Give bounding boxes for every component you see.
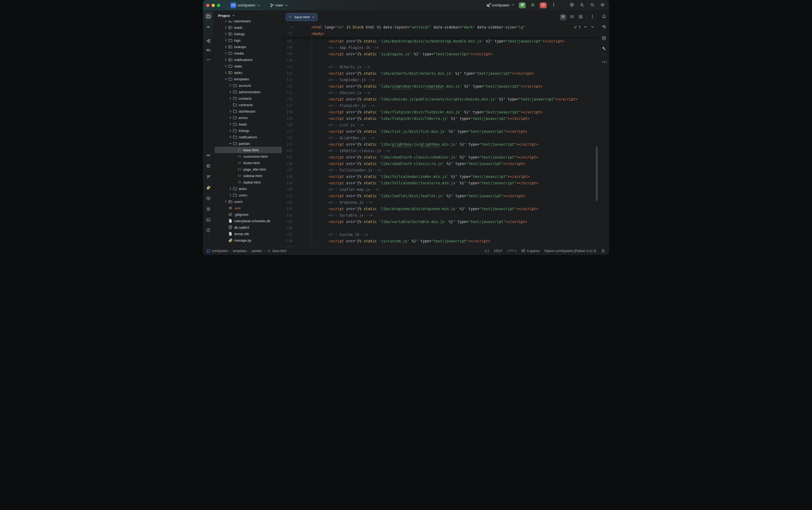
- tree-item-templates[interactable]: templates: [214, 76, 283, 82]
- code-line-4[interactable]: 4<html lang="ro" {% block html %} data-l…: [283, 24, 598, 30]
- code-line-118[interactable]: 118 <script src="{% static 'libs/flatpic…: [283, 109, 598, 115]
- code-line-129[interactable]: 129 <script src="{% static 'libs/fullcal…: [283, 180, 598, 186]
- chevron-right-icon[interactable]: [228, 83, 233, 88]
- code-line-107[interactable]: 107 <script src="{% static 'libs/bootstr…: [283, 38, 598, 44]
- breadcrumb-item-partials[interactable]: partials: [251, 249, 262, 253]
- tree-item-dashboard[interactable]: dashboard: [214, 108, 283, 114]
- tree-item-static[interactable]: static: [214, 63, 283, 69]
- chevron-right-icon[interactable]: [228, 96, 233, 101]
- editor-body[interactable]: 4<html lang="ro" {% block html %} data-l…: [283, 24, 598, 247]
- code-line-134[interactable]: 134 <!-- Sortable.js -->: [283, 212, 598, 219]
- settings-button[interactable]: [599, 2, 606, 8]
- code-line-128[interactable]: 128 <script src="{% static 'libs/fullcal…: [283, 173, 598, 180]
- chevron-right-icon[interactable]: [228, 90, 233, 94]
- more-tools-icon[interactable]: [205, 152, 212, 159]
- code-line-139[interactable]: 139: [283, 244, 598, 247]
- problems-icon[interactable]: [205, 227, 212, 233]
- code-line-122[interactable]: 122 <!-- GLightBox.js -->: [283, 135, 598, 141]
- chevron-right-icon[interactable]: [228, 193, 233, 197]
- code-line-135[interactable]: 135 <script src="{% static 'libs/sortabl…: [283, 219, 598, 225]
- tree-item-users[interactable]: users: [214, 198, 283, 205]
- chevron-right-icon[interactable]: [224, 70, 228, 75]
- view-preview-button[interactable]: [578, 14, 584, 21]
- tree-item-dump-rdb[interactable]: dump.rdb: [214, 231, 283, 237]
- more-icon[interactable]: [205, 56, 212, 63]
- editor-more-menu[interactable]: [589, 14, 596, 21]
- code-line-111[interactable]: 111 <!-- ECharts.js -->: [283, 64, 598, 70]
- chevron-right-icon[interactable]: [224, 25, 228, 30]
- python-packages-icon[interactable]: [205, 195, 212, 201]
- inspections-widget[interactable]: 7: [573, 25, 595, 30]
- chevron-right-icon[interactable]: [228, 129, 233, 133]
- code-line-116[interactable]: 116 <script src="{% static 'libs/choices…: [283, 96, 598, 103]
- code-line-124[interactable]: 124 <!-- CKEditor-classic.js -->: [283, 147, 598, 154]
- code-with-me-button[interactable]: [579, 2, 585, 8]
- tree-item-customizer-html[interactable]: customizer.html: [214, 153, 283, 160]
- tab-base-html[interactable]: base.html ×: [286, 13, 318, 21]
- tree-item-contacts[interactable]: contacts: [214, 95, 283, 102]
- rerun-button[interactable]: [519, 2, 526, 8]
- code-line-115[interactable]: 115 <!-- Choices.js -->: [283, 89, 598, 96]
- tree-item-account[interactable]: account: [214, 82, 283, 89]
- editor-scrollbar[interactable]: [596, 146, 598, 201]
- code-line-112[interactable]: 112 <script src="{% static 'libs/echarts…: [283, 70, 598, 77]
- code-viewport[interactable]: 107 <script src="{% static 'libs/bootstr…: [283, 37, 598, 247]
- run-running-icon[interactable]: [205, 174, 212, 180]
- chevron-right-icon[interactable]: [228, 135, 233, 139]
- tree-item-partials[interactable]: partials: [214, 140, 283, 147]
- breadcrumb-item-templates[interactable]: templates: [233, 249, 247, 253]
- debug-button[interactable]: [530, 2, 536, 8]
- close-window-button[interactable]: [206, 4, 209, 7]
- services-icon[interactable]: [205, 206, 212, 212]
- chevron-down-icon[interactable]: [224, 77, 228, 81]
- chevron-down-icon[interactable]: [228, 141, 233, 146]
- project-panel-header[interactable]: Project: [214, 11, 283, 21]
- search-everywhere-button[interactable]: [589, 2, 596, 8]
- tree-item-listings[interactable]: listings: [214, 31, 283, 37]
- tree-item-tasks[interactable]: tasks: [214, 186, 283, 192]
- code-line-131[interactable]: 131 <script src="{% static 'libs/leaflet…: [283, 193, 598, 199]
- chevron-right-icon[interactable]: [224, 64, 228, 68]
- chevron-right-icon[interactable]: [224, 32, 228, 36]
- tree-item-administration[interactable]: administration: [214, 89, 283, 95]
- code-line-126[interactable]: 126 <script src="{% static 'libs/ckedito…: [283, 161, 598, 167]
- tree-item-topbar-html[interactable]: topbar.html: [214, 179, 283, 186]
- stop-button[interactable]: [540, 2, 547, 8]
- run-configuration-widget[interactable]: dj crmSystem: [486, 3, 515, 8]
- code-line-123[interactable]: 123 <script src="{% static 'libs/glightb…: [283, 141, 598, 147]
- chevron-right-icon[interactable]: [224, 38, 228, 42]
- code-line-119[interactable]: 119 <script src="{% static 'libs/flatpic…: [283, 115, 598, 122]
- code-line-120[interactable]: 120 <!-- List.js -->: [283, 122, 598, 128]
- chevron-right-icon[interactable]: [228, 109, 233, 113]
- django-structure-icon[interactable]: di: [205, 47, 212, 53]
- commit-icon[interactable]: [205, 24, 212, 30]
- code-line-137[interactable]: 137 <!-- Custom JS -->: [283, 231, 598, 238]
- plugin-icon[interactable]: [601, 45, 607, 52]
- run-more-menu[interactable]: [550, 2, 557, 8]
- tree-item-logs[interactable]: logs: [214, 37, 283, 44]
- breadcrumb-item-crmsystem[interactable]: crmSystem: [206, 249, 228, 253]
- tree-item-manage-py[interactable]: manage.py: [214, 237, 283, 244]
- code-line-109[interactable]: 109 <script src="{% static 'js/plugins.j…: [283, 51, 598, 57]
- code-line-130[interactable]: 130 <!-- Leaflet-map.js -->: [283, 186, 598, 193]
- notifications-bell-icon[interactable]: [601, 13, 607, 20]
- chevron-right-icon[interactable]: [224, 45, 228, 49]
- code-line-108[interactable]: 108 <!-- App Plugins JS -->: [283, 44, 598, 51]
- terminal-icon[interactable]: [205, 217, 212, 223]
- tree-item-media[interactable]: media: [214, 50, 283, 56]
- variables-icon[interactable]: (x): [601, 59, 607, 65]
- code-line-110[interactable]: 110: [283, 57, 598, 64]
- chevron-right-icon[interactable]: [228, 116, 233, 120]
- tree-item-tasks[interactable]: tasks: [214, 69, 283, 76]
- python-icon[interactable]: [205, 184, 212, 191]
- tree-item-contracts[interactable]: contracts: [214, 102, 283, 108]
- python-interpreter[interactable]: Pipenv (crmSystem) [Python 3.12.2]: [545, 249, 596, 253]
- database-check-icon[interactable]: [205, 163, 212, 169]
- tree-item-db-sqlite3[interactable]: db.sqlite3: [214, 224, 283, 231]
- code-line-125[interactable]: 125 <script src="{% static 'libs/ckedito…: [283, 154, 598, 161]
- line-separator[interactable]: CRLF: [494, 249, 502, 253]
- zoom-window-button[interactable]: [217, 4, 220, 7]
- view-split-button[interactable]: [569, 14, 575, 21]
- code-line-133[interactable]: 133 <script src="{% static 'libs/dropzon…: [283, 205, 598, 212]
- vcs-widget[interactable]: main: [268, 2, 290, 8]
